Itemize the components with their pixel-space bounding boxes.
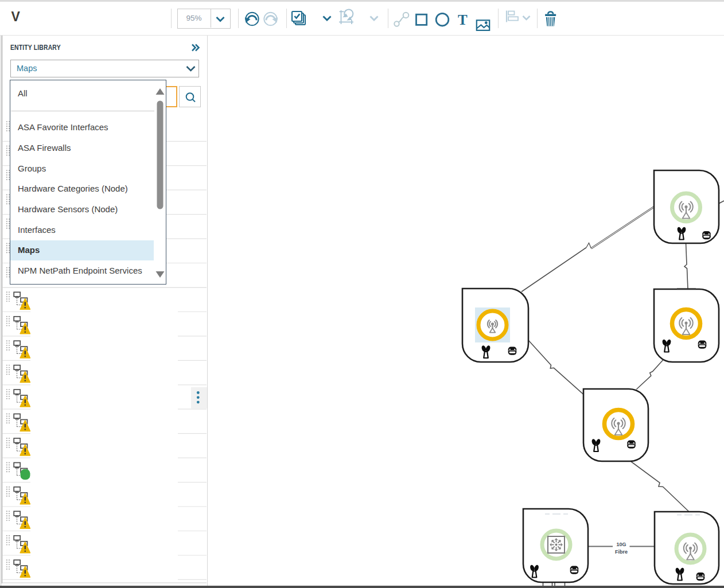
svg-text:Fibre: Fibre: [615, 549, 628, 555]
svg-text:10G: 10G: [616, 542, 626, 547]
